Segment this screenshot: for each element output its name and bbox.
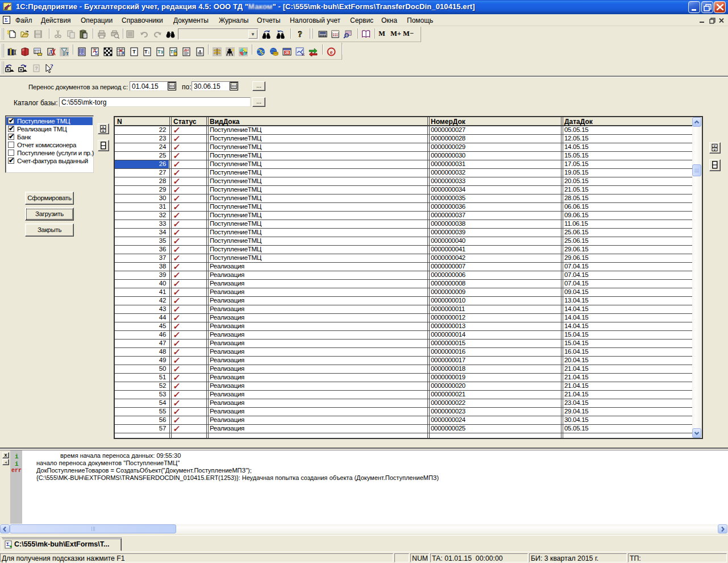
svg-text:Т: Т [66,51,69,56]
svg-text:Σ: Σ [6,541,10,547]
svg-text:2.2: 2.2 [302,53,305,56]
svg-text:Т↓: Т↓ [144,49,150,55]
svg-text:Т: Т [132,49,136,55]
svg-text:26: 26 [285,51,289,55]
svg-text:ДН: ДН [184,48,189,52]
svg-text:?: ? [298,30,302,39]
svg-text:e: e [330,49,333,55]
svg-text:?: ? [50,64,53,69]
svg-text:Σ: Σ [95,51,98,56]
svg-text:Тз: Тз [157,49,163,55]
svg-text:Σ: Σ [5,17,8,23]
svg-text:?: ? [245,51,247,55]
svg-text:?: ? [35,65,38,71]
